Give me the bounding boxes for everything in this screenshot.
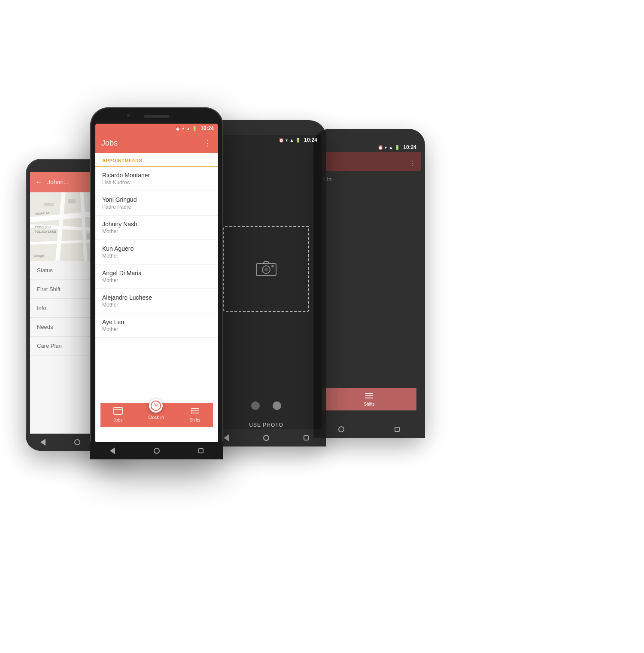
status-time: 10:24 bbox=[200, 125, 214, 131]
wifi-icon: ▾ bbox=[182, 126, 184, 131]
appointment-item-5[interactable]: Alejandro Luchese Mother bbox=[95, 289, 218, 313]
nav-recents-btn-3[interactable] bbox=[302, 434, 310, 442]
nav-home-btn[interactable] bbox=[73, 438, 82, 446]
camera-wifi-icon: ▾ bbox=[286, 138, 288, 143]
phone-shifts-screen: ⏰ ▾ ▲ 🔋 10:24 ⋮ k in s. bbox=[318, 143, 421, 424]
appointment-name-3: Kun Aguero bbox=[102, 245, 211, 252]
viewfinder-frame bbox=[223, 226, 309, 312]
tab-shifts[interactable]: Shifts bbox=[189, 407, 200, 422]
shifts-status-bar: ⏰ ▾ ▲ 🔋 10:24 bbox=[318, 143, 421, 152]
appointment-item-1[interactable]: Yoni Gringud Padre Padre bbox=[95, 191, 218, 216]
phone-camera-screen: ⏰ ▾ ▲ 🔋 10:24 bbox=[211, 135, 322, 431]
camera-viewfinder bbox=[211, 145, 322, 393]
phone3-nav-bar bbox=[206, 429, 326, 446]
dot-right bbox=[273, 401, 281, 410]
phone4-nav-bar bbox=[313, 421, 425, 438]
shifts-status-time: 10:24 bbox=[403, 144, 416, 150]
appointment-name-0: Ricardo Montaner bbox=[102, 172, 211, 179]
clock-in-tab-icon bbox=[149, 399, 163, 413]
battery-icon: 🔋 bbox=[192, 126, 197, 131]
shifts-more-icon[interactable]: ⋮ bbox=[409, 159, 416, 167]
nav-home-btn-2[interactable] bbox=[152, 446, 161, 455]
phone-jobs-screen: ⏰ ▾ ▲ 🔋 10:24 Jobs ⋮ APPOINTMENTS Ricard… bbox=[95, 124, 218, 443]
nav-back-btn[interactable] bbox=[39, 438, 47, 446]
status-bar: ⏰ ▾ ▲ 🔋 10:24 bbox=[95, 124, 218, 133]
nav-recents-btn-2[interactable] bbox=[197, 446, 205, 455]
appointment-sub-5: Mother bbox=[102, 302, 211, 308]
nav-home-btn-3[interactable] bbox=[262, 434, 270, 442]
nav-back-btn-2[interactable] bbox=[108, 446, 117, 455]
svg-rect-0 bbox=[114, 407, 122, 414]
appointment-sub-1: Padre Padre bbox=[102, 204, 211, 210]
camera-alarm-icon: ⏰ bbox=[279, 138, 284, 143]
tab-clock-in[interactable]: Clock-In bbox=[148, 403, 164, 420]
appointment-sub-6: Mother bbox=[102, 326, 211, 332]
clock-in-text: k in bbox=[323, 176, 416, 182]
clock-in-tab-label: Clock-In bbox=[148, 415, 164, 420]
appointment-sub-4: Mother bbox=[102, 277, 211, 283]
appointments-section-header: APPOINTMENTS bbox=[95, 153, 218, 167]
dot-left bbox=[251, 401, 260, 410]
front-camera bbox=[127, 114, 130, 117]
appointment-item-4[interactable]: Angel Di Maria Mother bbox=[95, 264, 218, 289]
shifts-tab-label: Shifts bbox=[189, 418, 200, 422]
signal-icon: ▲ bbox=[186, 126, 190, 131]
appointment-sub-3: Mother bbox=[102, 253, 211, 259]
appointment-name-1: Yoni Gringud bbox=[102, 196, 211, 203]
camera-signal-icon: ▲ bbox=[289, 138, 294, 143]
phone-jobs: ⏰ ▾ ▲ 🔋 10:24 Jobs ⋮ APPOINTMENTS Ricard… bbox=[90, 107, 223, 459]
use-photo-bar bbox=[211, 393, 322, 419]
camera-status-time: 10:24 bbox=[304, 137, 317, 143]
appointment-sub-0: Lisa Kudrow bbox=[102, 179, 211, 185]
jobs-header: Jobs ⋮ bbox=[95, 133, 218, 153]
detail-header-title: Johnn... bbox=[47, 179, 69, 185]
svg-point-11 bbox=[271, 265, 274, 267]
appointment-name-2: Johnny Nash bbox=[102, 221, 211, 228]
jobs-tab-label: Jobs bbox=[113, 418, 122, 422]
camera-center-icon bbox=[224, 227, 308, 311]
shifts-icon bbox=[365, 392, 374, 401]
appointment-name-5: Alejandro Luchese bbox=[102, 294, 211, 301]
jobs-title: Jobs bbox=[101, 139, 118, 148]
appointment-item-2[interactable]: Johnny Nash Mother bbox=[95, 216, 218, 240]
clock-in-sub: s. bbox=[323, 186, 416, 191]
tab-jobs[interactable]: Jobs bbox=[113, 407, 123, 422]
shifts-header: ⋮ bbox=[318, 152, 421, 171]
more-menu-icon[interactable]: ⋮ bbox=[204, 138, 212, 148]
shifts-tab-icon bbox=[190, 407, 200, 417]
speaker bbox=[144, 115, 170, 118]
appointment-item-3[interactable]: Kun Aguero Mother bbox=[95, 240, 218, 264]
shifts-alarm-icon: ⏰ bbox=[378, 145, 383, 150]
phone2-nav-bar bbox=[90, 442, 223, 459]
appointment-sub-2: Mother bbox=[102, 228, 211, 234]
bottom-tabs: Jobs Clock-In bbox=[100, 403, 213, 427]
appointment-name-6: Aye Len bbox=[102, 319, 211, 325]
phone-camera: ⏰ ▾ ▲ 🔋 10:24 bbox=[206, 120, 326, 446]
nav-home-btn-4[interactable] bbox=[337, 425, 346, 434]
back-arrow-icon[interactable]: ← bbox=[35, 178, 43, 187]
appointment-item-6[interactable]: Aye Len Mother bbox=[95, 313, 218, 338]
alarm-icon: ⏰ bbox=[175, 126, 180, 131]
shifts-bottom-tab[interactable]: Shifts bbox=[322, 388, 416, 410]
nav-recents-btn-4[interactable] bbox=[393, 425, 401, 434]
scene: ← Johnn... Google bbox=[0, 0, 644, 653]
appointment-item-0[interactable]: Ricardo Montaner Lisa Kudrow bbox=[95, 167, 218, 191]
camera-status-bar: ⏰ ▾ ▲ 🔋 10:24 bbox=[211, 135, 322, 145]
shifts-tab-label-4: Shifts bbox=[364, 402, 374, 407]
shifts-signal-icon: ▲ bbox=[389, 145, 393, 150]
camera-svg-icon bbox=[255, 260, 277, 277]
camera-battery-icon: 🔋 bbox=[295, 138, 301, 143]
svg-point-10 bbox=[264, 268, 268, 271]
shifts-wifi-icon: ▾ bbox=[385, 145, 387, 150]
appointment-name-4: Angel Di Maria bbox=[102, 270, 211, 276]
shifts-battery-icon: 🔋 bbox=[395, 145, 400, 150]
jobs-tab-icon bbox=[113, 407, 123, 417]
phone-shifts: ⏰ ▾ ▲ 🔋 10:24 ⋮ k in s. bbox=[313, 129, 425, 438]
shifts-content: k in s. bbox=[318, 171, 421, 424]
